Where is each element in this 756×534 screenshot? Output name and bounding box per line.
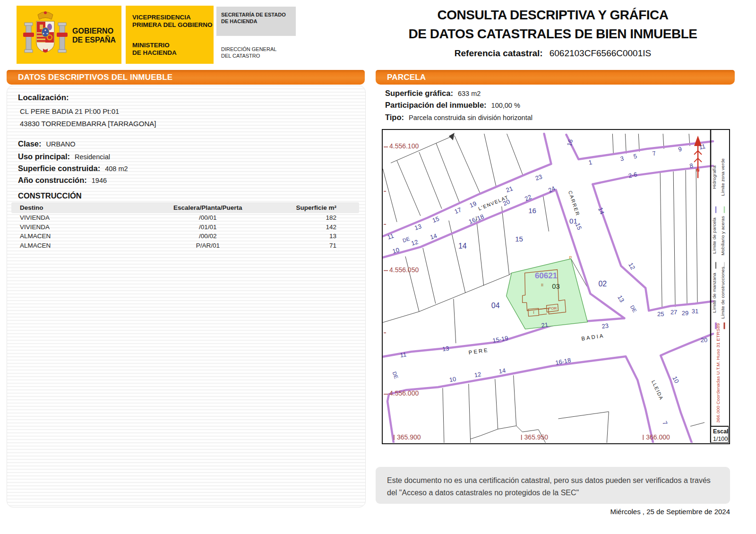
field-value: 1946 [92,177,107,184]
construccion-title: CONSTRUCCIÓN [18,191,82,200]
map-label: 10 [449,375,457,383]
col-escalera: Escalera/Planta/Puerta [150,204,265,211]
field-label: Año construcción: [18,176,87,184]
map-label: 19 [469,200,478,209]
map-label: 366.000 [646,433,670,441]
parcel-boundary [383,273,512,323]
parcel-boundary [454,299,456,343]
street-line [566,135,713,159]
referencia-catastral: Referencia catastral:6062103CF6566C0001I… [397,48,709,59]
section-header-parcela: PARCELA [376,70,735,85]
map-label: 02 [598,280,607,288]
field-value: 100,00 % [491,102,520,109]
field-participacion: Participación del inmueble:100,00 % [385,101,520,110]
parcel-boundary [690,422,704,426]
map-label: 23 [601,322,609,330]
parcel-boundary [686,170,687,305]
street-line [593,166,713,184]
map-label: DE [629,304,638,313]
map-label: 20 [701,336,707,344]
map-label: 31 [692,308,698,315]
parcel-boundary [558,412,609,443]
map-label: P [569,255,572,260]
table-header-row: Destino Escalera/Planta/Puerta Superfici… [11,202,359,213]
parcel-boundary [543,196,549,232]
map-label: 4.556.000 [389,389,419,397]
field-value: Parcela construida sin división horizont… [409,114,533,121]
parcel-boundary [469,384,471,443]
field-value: URBANO [46,140,76,148]
field-label: Superficie gráfica: [385,89,453,97]
parcel-boundary [455,136,481,194]
street-line [593,184,713,311]
cadastral-map: 111315171916-182021222324DE1210141357911… [382,129,730,444]
map-label: 15 [515,235,523,243]
col-superficie: Superficie m² [265,204,359,211]
vicepresidencia-text: VICEPRESIDENCIA PRIMERA DEL GOBIERNO [132,14,213,29]
parcel-boundary [476,216,484,286]
parcel-boundary [625,134,626,154]
field-value: Residencial [75,153,110,161]
parcel-boundary [423,248,436,304]
legend-label: Hidrografía [712,165,717,189]
map-label: 12 [474,370,482,379]
map-label: I [533,310,534,315]
logo-ministerio-block: VICEPRESIDENCIA PRIMERA DEL GOBIERNO MIN… [126,6,214,64]
field-superficie: Superficie construida:408 m2 [18,164,128,173]
cell-destino: ALMACEN [11,242,150,249]
parcel-boundary [660,172,662,309]
parcel-boundary [502,207,509,275]
cell-escalera: /00/02 [150,233,265,240]
field-clase: Clase:URBANO [18,139,76,148]
address-line1: CL PERE BADIA 21 Pl:00 Pt:01 [20,107,119,115]
cadastral-document: { "header": { "logo": { "gob1": "GOBIERN… [0,0,756,534]
map-label: 14 [498,367,506,375]
parcel-boundary [696,169,697,303]
secretaria-box: SECRETARÍA DE ESTADO DE HACIENDA [216,7,296,36]
map-label: 365.950 [524,433,549,441]
cell-superficie: 13 [265,233,359,240]
parcel-boundary [405,257,419,312]
parcel-boundary [484,134,496,186]
cell-escalera: P/AR/01 [150,242,265,249]
document-date: Miércoles , 25 de Septiembre de 2024 [610,508,730,516]
map-label: 29 [682,310,688,317]
datos-panel [7,86,366,508]
map-label: 1 [588,158,593,166]
map-label: 11 [698,143,706,151]
field-superficie-grafica: Superficie gráfica:633 m2 [385,89,481,98]
map-label: 14 [458,242,467,250]
map-label: CARRER [567,190,581,217]
ref-value: 6062103CF6566C0001IS [550,48,652,58]
map-label: 3 [619,155,624,162]
map-label: 11 [400,351,407,359]
map-label: 23 [534,173,543,182]
street-line [383,190,624,319]
parcel-boundary [495,379,498,429]
map-label: 12 [627,261,636,271]
field-tipo: Tipo:Parcela construida sin división hor… [385,113,533,122]
subject-parcel [507,259,588,329]
map-label: 01 [569,217,577,225]
map-label: DE [402,236,410,243]
cell-escalera: /00/01 [150,214,265,221]
map-label: 15-19 [492,335,508,345]
legend-label: Límite de manzana [712,273,717,313]
map-label: BADIA [581,333,605,342]
secretaria-line2: DE HACIENDA [221,18,296,25]
parcel-boundary [443,388,444,443]
field-label: Clase: [18,139,42,148]
col-destino: Destino [11,204,150,211]
logo-gobierno-block: GOBIERNO DE ESPAÑA [17,6,121,64]
direccion-line1: DIRECCIÓN GENERAL [221,46,276,52]
localizacion-label: Localización: [18,93,69,103]
map-label: 7 [652,149,656,157]
cell-destino: VIVIENDA [11,224,150,231]
map-label: 4.556.050 [389,266,419,274]
parcel-boundary [383,169,397,222]
title-line1: CONSULTA DESCRIPTIVA Y GRÁFICA [397,8,709,23]
map-label: 16 [528,207,536,215]
boundary-arrowhead [449,133,455,140]
field-label: Uso principal: [18,152,70,161]
map-label: 5 [633,152,637,160]
